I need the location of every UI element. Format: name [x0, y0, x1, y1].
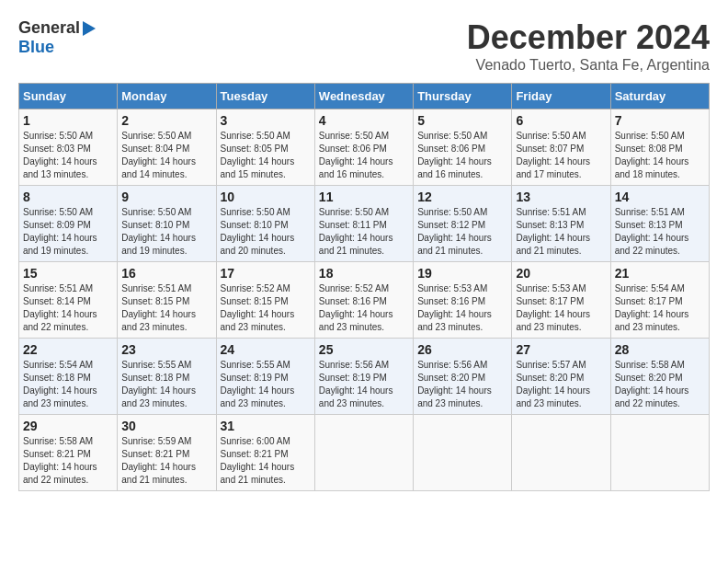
- calendar-day-1: 1Sunrise: 5:50 AMSunset: 8:03 PMDaylight…: [19, 109, 118, 186]
- calendar-day-26: 26Sunrise: 5:56 AMSunset: 8:20 PMDayligh…: [414, 339, 512, 415]
- calendar-day-25: 25Sunrise: 5:56 AMSunset: 8:19 PMDayligh…: [314, 339, 413, 415]
- calendar-day-31: 31Sunrise: 6:00 AMSunset: 8:21 PMDayligh…: [216, 415, 314, 491]
- weekday-header-thursday: Thursday: [414, 84, 512, 109]
- calendar-day-27: 27Sunrise: 5:57 AMSunset: 8:20 PMDayligh…: [512, 339, 610, 415]
- calendar-day-9: 9Sunrise: 5:50 AMSunset: 8:10 PMDaylight…: [118, 186, 216, 262]
- calendar-day-12: 12Sunrise: 5:50 AMSunset: 8:12 PMDayligh…: [414, 186, 512, 262]
- calendar-day-7: 7Sunrise: 5:50 AMSunset: 8:08 PMDaylight…: [610, 109, 709, 186]
- calendar-day-23: 23Sunrise: 5:55 AMSunset: 8:18 PMDayligh…: [118, 339, 216, 415]
- main-title: December 2024: [467, 18, 710, 57]
- calendar-day-28: 28Sunrise: 5:58 AMSunset: 8:20 PMDayligh…: [610, 339, 709, 415]
- calendar-day-24: 24Sunrise: 5:55 AMSunset: 8:19 PMDayligh…: [216, 339, 314, 415]
- logo-icon: [83, 21, 96, 36]
- calendar-day-18: 18Sunrise: 5:52 AMSunset: 8:16 PMDayligh…: [314, 262, 413, 339]
- weekday-header-wednesday: Wednesday: [314, 84, 413, 109]
- calendar-day-2: 2Sunrise: 5:50 AMSunset: 8:04 PMDaylight…: [118, 109, 216, 186]
- logo: General Blue: [18, 18, 96, 57]
- calendar-day-30: 30Sunrise: 5:59 AMSunset: 8:21 PMDayligh…: [118, 415, 216, 491]
- weekday-header-sunday: Sunday: [19, 84, 118, 109]
- calendar-header-row: SundayMondayTuesdayWednesdayThursdayFrid…: [19, 84, 710, 109]
- calendar-empty-cell: [414, 415, 512, 491]
- subtitle: Venado Tuerto, Santa Fe, Argentina: [467, 57, 710, 74]
- calendar-day-29: 29Sunrise: 5:58 AMSunset: 8:21 PMDayligh…: [19, 415, 118, 491]
- logo-general: General: [18, 18, 80, 38]
- logo-blue: Blue: [18, 38, 54, 56]
- weekday-header-tuesday: Tuesday: [216, 84, 314, 109]
- calendar-empty-cell: [314, 415, 413, 491]
- calendar-empty-cell: [512, 415, 610, 491]
- calendar-day-10: 10Sunrise: 5:50 AMSunset: 8:10 PMDayligh…: [216, 186, 314, 262]
- calendar-week-4: 22Sunrise: 5:54 AMSunset: 8:18 PMDayligh…: [19, 339, 710, 415]
- calendar-day-22: 22Sunrise: 5:54 AMSunset: 8:18 PMDayligh…: [19, 339, 118, 415]
- calendar-empty-cell: [610, 415, 709, 491]
- calendar-day-8: 8Sunrise: 5:50 AMSunset: 8:09 PMDaylight…: [19, 186, 118, 262]
- weekday-header-monday: Monday: [118, 84, 216, 109]
- calendar-table: SundayMondayTuesdayWednesdayThursdayFrid…: [18, 83, 710, 491]
- calendar-day-6: 6Sunrise: 5:50 AMSunset: 8:07 PMDaylight…: [512, 109, 610, 186]
- calendar-day-4: 4Sunrise: 5:50 AMSunset: 8:06 PMDaylight…: [314, 109, 413, 186]
- calendar-week-1: 1Sunrise: 5:50 AMSunset: 8:03 PMDaylight…: [19, 109, 710, 186]
- title-block: December 2024 Venado Tuerto, Santa Fe, A…: [467, 18, 710, 74]
- page-header: General Blue December 2024 Venado Tuerto…: [18, 18, 710, 74]
- calendar-day-19: 19Sunrise: 5:53 AMSunset: 8:16 PMDayligh…: [414, 262, 512, 339]
- calendar-day-20: 20Sunrise: 5:53 AMSunset: 8:17 PMDayligh…: [512, 262, 610, 339]
- weekday-header-friday: Friday: [512, 84, 610, 109]
- calendar-day-21: 21Sunrise: 5:54 AMSunset: 8:17 PMDayligh…: [610, 262, 709, 339]
- calendar-day-11: 11Sunrise: 5:50 AMSunset: 8:11 PMDayligh…: [314, 186, 413, 262]
- calendar-day-16: 16Sunrise: 5:51 AMSunset: 8:15 PMDayligh…: [118, 262, 216, 339]
- calendar-week-2: 8Sunrise: 5:50 AMSunset: 8:09 PMDaylight…: [19, 186, 710, 262]
- calendar-week-5: 29Sunrise: 5:58 AMSunset: 8:21 PMDayligh…: [19, 415, 710, 491]
- calendar-day-5: 5Sunrise: 5:50 AMSunset: 8:06 PMDaylight…: [414, 109, 512, 186]
- calendar-day-17: 17Sunrise: 5:52 AMSunset: 8:15 PMDayligh…: [216, 262, 314, 339]
- calendar-day-13: 13Sunrise: 5:51 AMSunset: 8:13 PMDayligh…: [512, 186, 610, 262]
- calendar-week-3: 15Sunrise: 5:51 AMSunset: 8:14 PMDayligh…: [19, 262, 710, 339]
- calendar-day-14: 14Sunrise: 5:51 AMSunset: 8:13 PMDayligh…: [610, 186, 709, 262]
- calendar-day-3: 3Sunrise: 5:50 AMSunset: 8:05 PMDaylight…: [216, 109, 314, 186]
- weekday-header-saturday: Saturday: [610, 84, 709, 109]
- calendar-day-15: 15Sunrise: 5:51 AMSunset: 8:14 PMDayligh…: [19, 262, 118, 339]
